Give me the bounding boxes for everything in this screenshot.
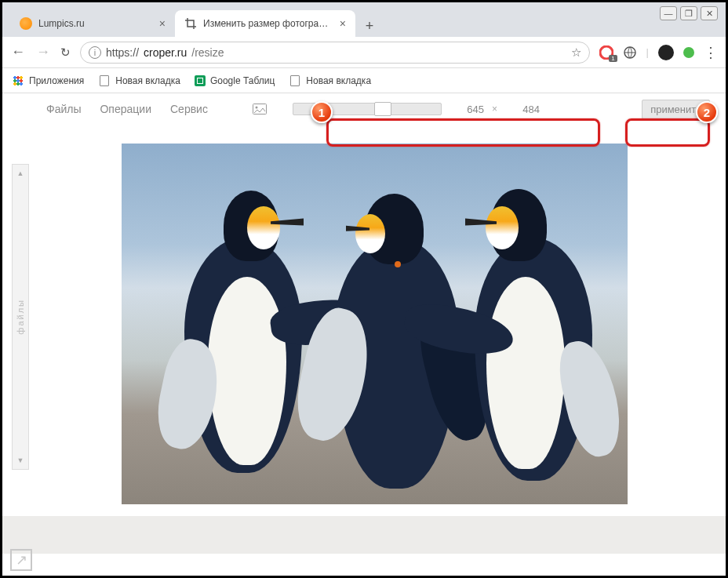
- maximize-glyph: ❐: [685, 9, 693, 19]
- tab-lumpics[interactable]: Lumpics.ru ×: [10, 10, 175, 37]
- app-toolbar: Файлы Операции Сервис × применить: [2, 93, 726, 125]
- external-link-icon[interactable]: ↗: [10, 549, 32, 571]
- close-glyph: ✕: [706, 9, 713, 19]
- url-input[interactable]: i https://croper.ru/resize ☆: [80, 42, 590, 64]
- bookmark-star-icon[interactable]: ☆: [571, 45, 581, 60]
- tab-strip: Lumpics.ru × Изменить размер фотографии …: [2, 2, 726, 37]
- slider-thumb[interactable]: [374, 102, 391, 116]
- bookmark-google-sheets[interactable]: Google Таблиц: [195, 75, 275, 86]
- apps-icon: [12, 75, 24, 87]
- url-domain: croper.ru: [144, 46, 187, 59]
- bottom-strip: [2, 516, 726, 554]
- content-area: ▲ файлы ▼: [2, 125, 726, 576]
- toolbar-image-icon[interactable]: [252, 103, 268, 115]
- minimize-glyph: —: [664, 9, 673, 18]
- tab-title: Изменить размер фотографии: [203, 18, 333, 29]
- back-button[interactable]: ←: [10, 44, 26, 60]
- document-icon: [289, 75, 301, 87]
- plus-icon: +: [366, 18, 374, 35]
- resize-slider[interactable]: [293, 103, 442, 115]
- menu-service[interactable]: Сервис: [170, 103, 208, 115]
- menu-operations[interactable]: Операции: [100, 103, 151, 115]
- chevron-down-icon: ▼: [17, 456, 24, 464]
- url-protocol: https://: [106, 46, 139, 59]
- width-input[interactable]: [450, 100, 484, 118]
- files-side-panel-handle[interactable]: ▲ файлы ▼: [12, 164, 29, 470]
- side-panel-label: файлы: [16, 299, 25, 335]
- tab-title: Lumpics.ru: [38, 18, 153, 29]
- menu-files[interactable]: Файлы: [46, 103, 81, 115]
- svg-point-3: [255, 107, 257, 109]
- window-close-button[interactable]: ✕: [701, 6, 718, 20]
- extension-opera-icon[interactable]: 1: [599, 45, 613, 60]
- extension-globe-icon[interactable]: [623, 45, 637, 60]
- profile-avatar-icon[interactable]: [658, 45, 674, 60]
- document-icon: [98, 75, 111, 87]
- image-canvas[interactable]: [122, 144, 628, 504]
- tab-close-icon[interactable]: ×: [159, 17, 166, 30]
- bookmark-apps[interactable]: Приложения: [12, 75, 84, 87]
- window-minimize-button[interactable]: —: [660, 6, 677, 20]
- bookmarks-bar: Приложения Новая вкладка Google Таблиц Н…: [2, 68, 726, 93]
- forward-button[interactable]: →: [35, 44, 51, 60]
- new-tab-button[interactable]: +: [359, 15, 380, 37]
- sheets-icon: [195, 75, 206, 86]
- site-info-icon[interactable]: i: [89, 46, 101, 59]
- window-maximize-button[interactable]: ❐: [680, 6, 697, 20]
- arrow-out-icon: ↗: [16, 551, 27, 569]
- bookmark-label: Новая вкладка: [306, 75, 371, 86]
- bookmark-label: Новая вкладка: [115, 75, 180, 86]
- reload-button[interactable]: ↻: [60, 45, 71, 60]
- chevron-up-icon: ▲: [17, 169, 24, 177]
- height-input[interactable]: [505, 100, 540, 118]
- url-path: /resize: [191, 46, 224, 59]
- tab-croper-resize[interactable]: Изменить размер фотографии ×: [175, 10, 355, 37]
- extension-green-icon[interactable]: [683, 47, 694, 58]
- bookmark-new-tab-1[interactable]: Новая вкладка: [98, 75, 180, 87]
- extension-icons: 1 | ⋮: [599, 44, 718, 61]
- tab-close-icon[interactable]: ×: [340, 17, 346, 30]
- extension-badge: 1: [609, 55, 617, 62]
- apply-button[interactable]: применить: [642, 100, 710, 119]
- address-bar: ← → ↻ i https://croper.ru/resize ☆ 1 | ⋮: [2, 37, 726, 68]
- favicon-lumpics-icon: [20, 17, 32, 30]
- bookmark-new-tab-2[interactable]: Новая вкладка: [289, 75, 371, 87]
- favicon-crop-icon: [184, 17, 197, 30]
- resize-controls: ×: [293, 100, 540, 118]
- chrome-menu-button[interactable]: ⋮: [704, 44, 718, 61]
- bookmark-label: Приложения: [29, 75, 84, 86]
- dimension-separator: ×: [492, 104, 497, 115]
- bookmark-label: Google Таблиц: [210, 75, 275, 86]
